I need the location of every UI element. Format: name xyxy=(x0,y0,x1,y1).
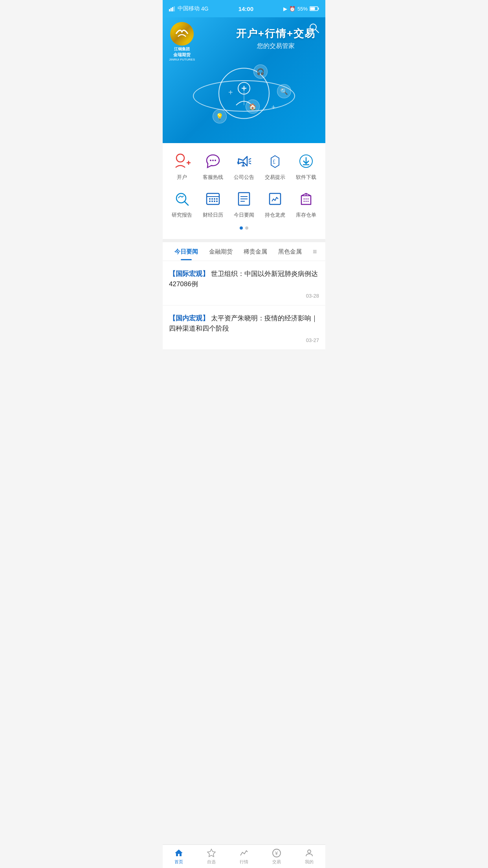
news-date-2: 03-27 xyxy=(169,337,319,343)
svg-line-22 xyxy=(249,158,251,160)
jiaoyitishi-label: 交易提示 xyxy=(265,174,285,181)
banner-title: 开户+行情+交易 xyxy=(236,27,316,40)
menu-item-gonggao[interactable]: 公司公告 xyxy=(230,151,258,181)
svg-point-14 xyxy=(176,154,184,162)
section-divider xyxy=(163,239,325,242)
status-time: 14:00 xyxy=(238,6,253,12)
tab-jinrong[interactable]: 金融期货 xyxy=(204,243,238,260)
svg-line-8 xyxy=(316,29,319,33)
gonggao-icon xyxy=(234,151,254,171)
banner-title-area: 开户+行情+交易 您的交易管家 xyxy=(236,27,316,50)
kucun-label: 库存仓单 xyxy=(296,211,316,219)
lightbulb-float-icon: 💡 xyxy=(213,109,227,123)
svg-point-17 xyxy=(210,160,211,161)
svg-point-52 xyxy=(305,201,306,202)
news-date-1: 03-28 xyxy=(169,293,319,299)
svg-point-9 xyxy=(172,24,192,44)
menu-item-caijing[interactable]: 财经日历 xyxy=(199,189,227,219)
news-item-2[interactable]: 【国内宏观】 太平资产朱晓明：疫情的经济影响｜四种渠道和四个阶段 03-27 xyxy=(163,305,325,350)
svg-point-19 xyxy=(215,160,216,161)
hero-banner: 江铜集团 金瑞期货 JINRUI FUTURES 开户+行情+交易 您的交易管家… xyxy=(163,17,325,143)
menu-item-jiaoyitishi[interactable]: £ 交易提示 xyxy=(261,151,289,181)
svg-point-38 xyxy=(214,200,215,202)
status-icons: ▶ ⏰ 55% xyxy=(283,6,319,12)
menu-item-yanjiu[interactable]: 研究报告 xyxy=(168,189,196,219)
plus-bottomright: + xyxy=(271,103,275,112)
planet-illustration: 🎧 💡 🏠 🔍 + + xyxy=(189,57,299,135)
svg-point-39 xyxy=(216,200,218,202)
tab-xigui[interactable]: 稀贵金属 xyxy=(238,243,273,260)
svg-point-35 xyxy=(216,198,218,200)
tab-more[interactable]: ≡ xyxy=(307,242,323,261)
kaihuo-icon xyxy=(172,151,192,171)
status-bar: 中国移动 4G 14:00 ▶ ⏰ 55% xyxy=(163,0,325,17)
yanjiu-label: 研究报告 xyxy=(172,211,192,219)
svg-point-53 xyxy=(307,201,308,202)
svg-point-37 xyxy=(211,200,213,202)
svg-point-51 xyxy=(303,201,305,202)
svg-rect-2 xyxy=(172,7,173,11)
menu-item-chichi[interactable]: 持仓龙虎 xyxy=(261,189,289,219)
headphone-float-icon: 🎧 xyxy=(253,64,268,79)
news-title-1: 【国际宏观】 世卫组织：中国以外新冠肺炎病例达427086例 xyxy=(169,269,319,289)
svg-point-36 xyxy=(209,200,211,202)
magnifier-float-icon: 🔍 xyxy=(277,84,291,98)
kefu-label: 客服热线 xyxy=(203,174,223,181)
gonggao-label: 公司公告 xyxy=(234,174,254,181)
svg-rect-45 xyxy=(270,193,281,204)
news-tag-1: 【国际宏观】 xyxy=(169,270,209,278)
ruanjian-icon xyxy=(296,151,316,171)
carrier-text: 中国移动 xyxy=(178,5,200,12)
home-float-icon: 🏠 xyxy=(246,99,260,114)
svg-rect-5 xyxy=(318,8,319,10)
svg-point-49 xyxy=(305,199,306,200)
svg-rect-44 xyxy=(244,193,250,205)
news-tabs-bar: 今日要闻 金融期货 稀贵金属 黑色金属 ≡ xyxy=(163,242,325,261)
svg-rect-1 xyxy=(171,8,172,11)
alarm-icon: ⏰ xyxy=(289,6,295,12)
svg-point-50 xyxy=(307,199,308,200)
battery-text: 55% xyxy=(297,6,308,12)
svg-text:£: £ xyxy=(273,159,275,165)
tab-heise[interactable]: 黑色金属 xyxy=(273,243,307,260)
chichi-icon xyxy=(265,189,285,209)
news-item-1[interactable]: 【国际宏观】 世卫组织：中国以外新冠肺炎病例达427086例 03-28 xyxy=(163,261,325,305)
dot-2 xyxy=(245,226,248,230)
kucun-icon xyxy=(296,189,316,209)
network-text: 4G xyxy=(201,6,209,12)
news-title-2: 【国内宏观】 太平资产朱晓明：疫情的经济影响｜四种渠道和四个阶段 xyxy=(169,313,319,333)
banner-subtitle: 您的交易管家 xyxy=(236,42,316,50)
location-icon: ▶ xyxy=(283,6,287,12)
plus-topleft: + xyxy=(228,88,233,97)
svg-rect-3 xyxy=(174,6,175,11)
news-list: 【国际宏观】 世卫组织：中国以外新冠肺炎病例达427086例 03-28 【国内… xyxy=(163,261,325,350)
logo-image xyxy=(170,22,194,46)
svg-point-33 xyxy=(211,198,213,200)
menu-item-kefu[interactable]: 客服热线 xyxy=(199,151,227,181)
battery-icon xyxy=(310,6,319,11)
svg-point-18 xyxy=(212,160,214,161)
menu-item-kaihuo[interactable]: 开户 xyxy=(168,151,196,181)
jinri-icon xyxy=(234,189,254,209)
ruanjian-label: 软件下载 xyxy=(296,174,316,181)
chichi-label: 持仓龙虎 xyxy=(265,211,285,219)
tab-jinyao[interactable]: 今日要闻 xyxy=(169,243,204,260)
svg-line-24 xyxy=(249,163,251,164)
menu-item-kucun[interactable]: 库存仓单 xyxy=(292,189,320,219)
yanjiu-icon xyxy=(172,189,192,209)
pagination-dots xyxy=(167,226,321,235)
svg-rect-6 xyxy=(310,7,315,10)
content-area: 开户 客服热线 xyxy=(163,143,325,377)
logo-area: 江铜集团 金瑞期货 JINRUI FUTURES xyxy=(169,22,195,61)
dot-1 xyxy=(240,226,243,230)
quick-menu-row-2: 研究报告 财经 xyxy=(167,189,321,219)
caijing-icon xyxy=(203,189,223,209)
svg-point-32 xyxy=(209,198,211,200)
menu-item-jinri[interactable]: 今日要闻 xyxy=(230,189,258,219)
jinri-label: 今日要闻 xyxy=(234,211,254,219)
quick-menu: 开户 客服热线 xyxy=(163,143,325,239)
caijing-label: 财经日历 xyxy=(203,211,223,219)
menu-item-ruanjian[interactable]: 软件下载 xyxy=(292,151,320,181)
status-carrier: 中国移动 4G xyxy=(169,5,209,12)
svg-point-48 xyxy=(303,199,305,200)
